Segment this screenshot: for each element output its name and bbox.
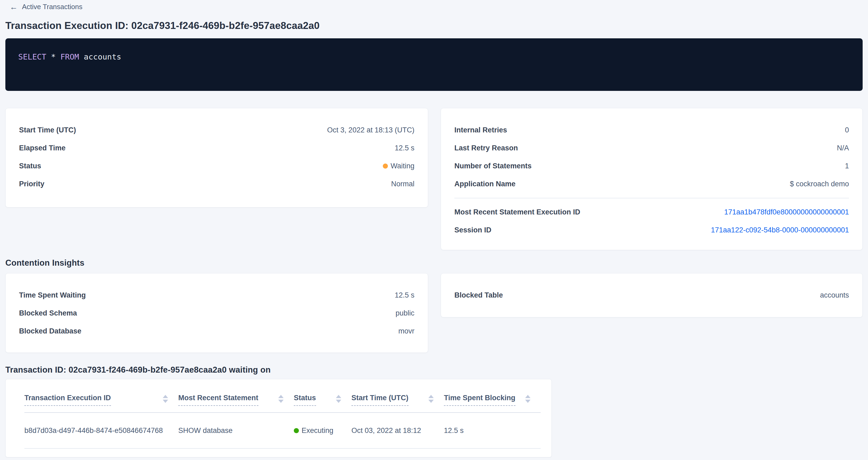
card-divider [454, 198, 849, 198]
priority-label: Priority [19, 180, 44, 188]
internal-retries-label: Internal Retries [454, 126, 507, 134]
status-label: Status [19, 162, 41, 170]
row-application-name: Application Name $ cockroach demo [454, 175, 849, 193]
blocked-table-label: Blocked Table [454, 291, 503, 300]
summary-cards-row: Start Time (UTC) Oct 3, 2022 at 18:13 (U… [5, 108, 863, 250]
cell-most-recent-statement: SHOW database [178, 427, 294, 435]
number-of-statements-value: 1 [845, 162, 849, 170]
row-internal-retries: Internal Retries 0 [454, 121, 849, 139]
arrow-left-icon: ← [10, 3, 18, 11]
session-id-label: Session ID [454, 226, 491, 234]
column-header-time-spent-blocking: Time Spent Blocking [444, 394, 541, 406]
number-of-statements-label: Number of Statements [454, 162, 532, 170]
sort-icon[interactable] [428, 395, 434, 403]
summary-row-elapsed-time: Elapsed Time 12.5 s [19, 139, 414, 157]
sql-statement-box: SELECT * FROM accounts [5, 38, 863, 91]
waiting-on-table-header: Transaction Execution ID Most Recent Sta… [24, 379, 541, 413]
contention-insights-heading: Contention Insights [5, 258, 863, 268]
sql-table-name: accounts [84, 52, 121, 61]
status-column-label[interactable]: Status [294, 394, 316, 406]
start-time-column-label[interactable]: Start Time (UTC) [351, 394, 408, 406]
row-session-id: Session ID 171aa122-c092-54b8-0000-00000… [454, 221, 849, 239]
summary-row-status: Status Waiting [19, 157, 414, 175]
blocked-table-value: accounts [820, 291, 849, 300]
statement-execution-id-link[interactable]: 171aa1b478fdf0e80000000000000001 [724, 208, 849, 216]
summary-row-start-time: Start Time (UTC) Oct 3, 2022 at 18:13 (U… [19, 121, 414, 139]
most-recent-statement-column-label[interactable]: Most Recent Statement [178, 394, 258, 406]
waiting-on-heading: Transaction ID: 02ca7931-f246-469b-b2fe-… [5, 365, 863, 375]
executing-status-value: Executing [302, 427, 334, 435]
sql-star: * [51, 52, 60, 61]
contention-blocked-table-card: Blocked Table accounts [441, 273, 863, 317]
row-blocked-table: Blocked Table accounts [454, 286, 849, 304]
time-spent-blocking-column-label[interactable]: Time Spent Blocking [444, 394, 516, 406]
blocked-database-label: Blocked Database [19, 327, 82, 335]
last-retry-reason-label: Last Retry Reason [454, 144, 518, 152]
row-time-spent-waiting: Time Spent Waiting 12.5 s [19, 286, 414, 304]
row-blocked-schema: Blocked Schema public [19, 304, 414, 322]
priority-value: Normal [391, 180, 414, 188]
blocked-schema-value: public [395, 309, 414, 317]
status-waiting-dot-icon [383, 163, 388, 168]
internal-retries-value: 0 [845, 126, 849, 134]
elapsed-time-value: 12.5 s [395, 144, 414, 152]
cell-transaction-execution-id: b8d7d03a-d497-446b-8474-e50846674768 [24, 427, 178, 435]
application-name-value: $ cockroach demo [790, 180, 849, 188]
session-id-link[interactable]: 171aa122-c092-54b8-0000-000000000001 [711, 226, 849, 234]
blocked-schema-label: Blocked Schema [19, 309, 77, 317]
transaction-summary-card: Start Time (UTC) Oct 3, 2022 at 18:13 (U… [5, 108, 428, 208]
transaction-execution-id-column-label[interactable]: Transaction Execution ID [24, 394, 111, 406]
sql-keyword-from: FROM [60, 52, 84, 61]
status-value: Waiting [391, 162, 414, 170]
contention-waiting-card: Time Spent Waiting 12.5 s Blocked Schema… [5, 273, 428, 353]
sql-keyword-select: SELECT [18, 52, 51, 61]
back-link-label: Active Transactions [22, 3, 82, 11]
status-executing-dot-icon [294, 428, 299, 433]
row-number-of-statements: Number of Statements 1 [454, 157, 849, 175]
sort-icon[interactable] [336, 395, 341, 403]
column-header-transaction-execution-id: Transaction Execution ID [24, 394, 178, 406]
page-title: Transaction Execution ID: 02ca7931-f246-… [5, 20, 863, 31]
row-most-recent-statement-execution-id: Most Recent Statement Execution ID 171aa… [454, 203, 849, 221]
cell-status: Executing [294, 427, 351, 435]
sort-icon[interactable] [525, 395, 530, 403]
time-spent-waiting-value: 12.5 s [395, 291, 414, 300]
blocked-database-value: movr [398, 327, 414, 335]
application-name-label: Application Name [454, 180, 516, 188]
row-blocked-database: Blocked Database movr [19, 322, 414, 340]
column-header-start-time: Start Time (UTC) [351, 394, 444, 406]
back-link-active-transactions[interactable]: ← Active Transactions [10, 3, 82, 11]
start-time-label: Start Time (UTC) [19, 126, 76, 134]
last-retry-reason-value: N/A [837, 144, 849, 152]
start-time-value: Oct 3, 2022 at 18:13 (UTC) [327, 126, 414, 134]
time-spent-waiting-label: Time Spent Waiting [19, 291, 86, 300]
contention-cards-row: Time Spent Waiting 12.5 s Blocked Schema… [5, 273, 863, 353]
sort-icon[interactable] [278, 395, 284, 403]
column-header-most-recent-statement: Most Recent Statement [178, 394, 294, 406]
status-badge: Waiting [383, 162, 414, 170]
column-header-status: Status [294, 394, 351, 406]
transaction-details-page: ← Active Transactions Transaction Execut… [0, 3, 868, 457]
execution-details-card: Internal Retries 0 Last Retry Reason N/A… [441, 108, 863, 250]
cell-time-spent-blocking: 12.5 s [444, 427, 541, 435]
row-last-retry-reason: Last Retry Reason N/A [454, 139, 849, 157]
waiting-on-table: Transaction Execution ID Most Recent Sta… [5, 379, 552, 457]
sort-icon[interactable] [163, 395, 168, 403]
sql-statement-text: SELECT * FROM accounts [18, 52, 850, 62]
statement-execution-id-label: Most Recent Statement Execution ID [454, 208, 580, 216]
cell-start-time: Oct 03, 2022 at 18:12 [351, 427, 444, 435]
elapsed-time-label: Elapsed Time [19, 144, 66, 152]
table-row: b8d7d03a-d497-446b-8474-e50846674768 SHO… [24, 413, 541, 449]
summary-row-priority: Priority Normal [19, 175, 414, 193]
